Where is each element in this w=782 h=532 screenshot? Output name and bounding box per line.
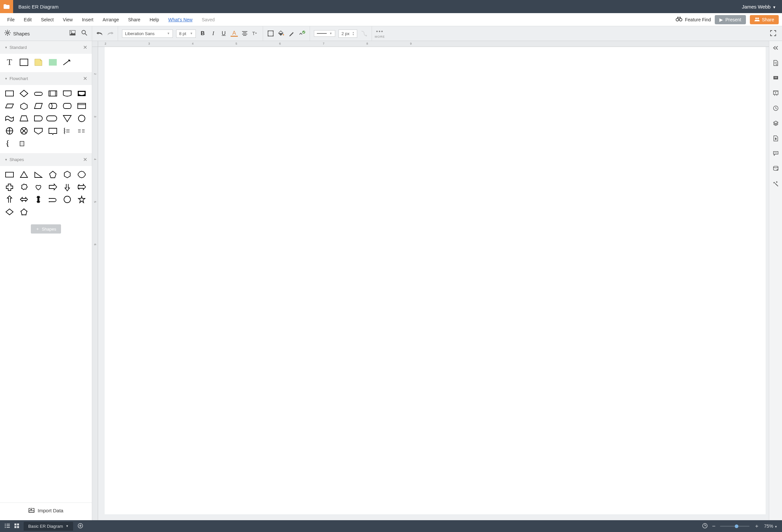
magic-icon[interactable]	[772, 180, 779, 187]
flowchart-shape[interactable]	[33, 90, 43, 97]
close-icon[interactable]: ✕	[83, 44, 87, 50]
flowchart-shape[interactable]	[33, 102, 43, 110]
flowchart-shape[interactable]	[19, 127, 29, 135]
flowchart-shape[interactable]	[19, 139, 29, 147]
basic-shape[interactable]	[5, 208, 14, 216]
flowchart-shape[interactable]	[62, 90, 72, 97]
rect-shape[interactable]	[19, 59, 29, 66]
arrow-shape[interactable]	[62, 59, 72, 66]
connector-button[interactable]	[360, 30, 368, 37]
chat-icon[interactable]	[772, 150, 779, 157]
line-color-button[interactable]	[288, 30, 295, 37]
menu-select[interactable]: Select	[37, 15, 58, 24]
basic-shape[interactable]	[19, 208, 29, 216]
menu-share[interactable]: Share	[124, 15, 144, 24]
flowchart-shape[interactable]	[48, 102, 58, 110]
flowchart-shape[interactable]	[5, 114, 14, 122]
section-shapes[interactable]: ▼Shapes ✕	[0, 153, 92, 166]
basic-shape[interactable]	[19, 171, 29, 178]
flowchart-shape[interactable]	[48, 127, 58, 135]
basic-shape[interactable]	[62, 196, 72, 203]
zoom-in-button[interactable]: ＋	[754, 523, 759, 530]
flowchart-shape[interactable]	[19, 102, 29, 110]
comment-icon[interactable]: 99	[772, 74, 779, 82]
zoom-level[interactable]: 75% ▼	[764, 524, 777, 529]
flowchart-shape[interactable]	[62, 127, 72, 135]
menu-arrange[interactable]: Arrange	[99, 15, 123, 24]
flowchart-shape[interactable]	[77, 90, 86, 97]
menu-help[interactable]: Help	[146, 15, 163, 24]
line-width-select[interactable]: 2 px▲▼	[339, 30, 358, 38]
flowchart-shape[interactable]	[77, 114, 86, 122]
flowchart-shape[interactable]	[77, 102, 86, 110]
basic-shape[interactable]	[5, 171, 14, 178]
italic-button[interactable]: I	[210, 30, 217, 37]
close-icon[interactable]: ✕	[83, 75, 87, 82]
menu-view[interactable]: View	[59, 15, 77, 24]
menu-whats-new[interactable]: What's New	[164, 15, 197, 24]
flowchart-shape[interactable]	[5, 139, 14, 147]
fill-button[interactable]	[278, 30, 285, 37]
theme-icon[interactable]	[772, 135, 779, 142]
flowchart-shape[interactable]	[62, 102, 72, 110]
present-button[interactable]: ▶ Present	[715, 15, 746, 24]
folder-icon[interactable]	[0, 0, 13, 13]
paper[interactable]: UserSchedulesSchedule historyCreatesHasU…	[105, 47, 766, 514]
basic-shape[interactable]	[48, 183, 58, 191]
basic-shape[interactable]	[5, 196, 14, 203]
text-shape[interactable]: T	[5, 59, 14, 66]
flowchart-shape[interactable]	[33, 127, 43, 135]
flowchart-shape[interactable]	[19, 90, 29, 97]
canvas-area[interactable]: 23456789 23456 UserSchedulesSchedule his…	[92, 41, 769, 520]
flowchart-shape[interactable]	[5, 90, 14, 97]
flowchart-shape[interactable]	[77, 127, 86, 135]
underline-button[interactable]: U	[220, 30, 227, 37]
basic-shape[interactable]	[77, 196, 86, 203]
document-tab[interactable]: Basic ER Diagram▼	[24, 522, 73, 531]
basic-shape[interactable]	[77, 183, 86, 191]
align-button[interactable]	[241, 30, 248, 37]
flowchart-shape[interactable]	[19, 114, 29, 122]
document-title[interactable]: Basic ER Diagram	[13, 4, 64, 9]
basic-shape[interactable]	[62, 183, 72, 191]
section-flowchart[interactable]: ▼Flowchart ✕	[0, 72, 92, 85]
flowchart-shape[interactable]	[48, 90, 58, 97]
flowchart-shape[interactable]	[33, 114, 43, 122]
menu-insert[interactable]: Insert	[78, 15, 98, 24]
collapse-icon[interactable]	[772, 44, 779, 51]
section-standard[interactable]: ▼Standard ✕	[0, 41, 92, 54]
page-icon[interactable]	[772, 59, 779, 67]
close-icon[interactable]: ✕	[83, 156, 87, 163]
basic-shape[interactable]	[19, 183, 29, 191]
fullscreen-button[interactable]	[764, 30, 782, 37]
menu-file[interactable]: File	[3, 15, 19, 24]
basic-shape[interactable]	[33, 196, 43, 203]
menu-edit[interactable]: Edit	[20, 15, 36, 24]
line-style-select[interactable]: ▼	[314, 30, 335, 37]
search-icon[interactable]	[81, 30, 87, 37]
flowchart-shape[interactable]	[5, 102, 14, 110]
style-check-button[interactable]	[298, 30, 306, 37]
basic-shape[interactable]	[62, 171, 72, 178]
redo-button[interactable]	[107, 30, 114, 37]
basic-shape[interactable]	[33, 183, 43, 191]
flowchart-shape[interactable]	[62, 114, 72, 122]
user-menu[interactable]: James Webb▼	[736, 4, 782, 9]
data-icon[interactable]	[772, 165, 779, 172]
font-family-select[interactable]: Liberation Sans▼	[122, 30, 173, 38]
note-shape[interactable]	[33, 59, 43, 66]
basic-shape[interactable]	[5, 183, 14, 191]
present-icon[interactable]	[772, 90, 779, 97]
basic-shape[interactable]	[48, 196, 58, 203]
add-shapes-button[interactable]: ＋Shapes	[31, 224, 61, 234]
share-button[interactable]: Share	[750, 15, 779, 24]
add-page-button[interactable]	[78, 523, 83, 529]
zoom-out-button[interactable]: −	[712, 523, 716, 530]
basic-shape[interactable]	[33, 171, 43, 178]
grid-icon[interactable]	[14, 524, 19, 529]
feature-find[interactable]: Feature Find	[676, 17, 711, 22]
font-size-select[interactable]: 8 pt▼	[176, 30, 196, 38]
undo-button[interactable]	[96, 30, 103, 37]
gear-icon[interactable]	[5, 30, 10, 37]
basic-shape[interactable]	[48, 171, 58, 178]
